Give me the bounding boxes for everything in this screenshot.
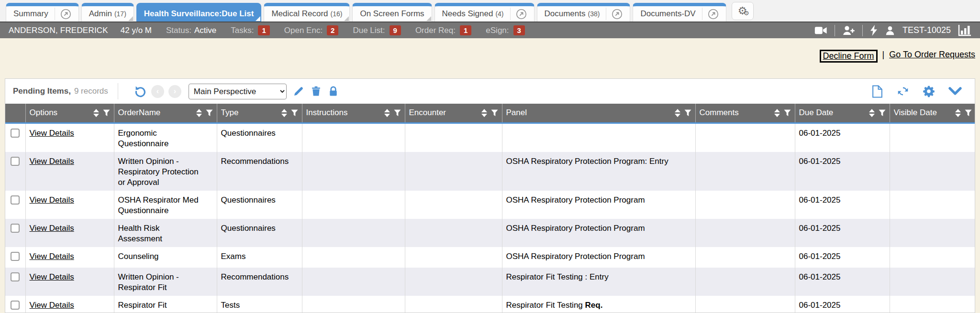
tab-summary[interactable]: Summary <box>6 3 79 22</box>
sort-icon[interactable] <box>955 109 961 117</box>
column-label: Panel <box>506 108 673 118</box>
perspective-select[interactable]: Main Perspective <box>189 84 287 99</box>
row-checkbox[interactable] <box>11 157 20 166</box>
new-document-icon[interactable] <box>871 85 883 98</box>
lock-icon[interactable] <box>328 86 339 97</box>
filter-funnel-icon[interactable] <box>879 109 886 117</box>
column-header-visible-date: Visible Date <box>890 104 975 123</box>
edit-pencil-icon[interactable] <box>293 86 304 97</box>
row-checkbox[interactable] <box>11 195 20 205</box>
filter-funnel-icon[interactable] <box>965 109 972 117</box>
filter-funnel-icon[interactable] <box>206 109 213 117</box>
filter-funnel-icon[interactable] <box>394 109 401 117</box>
user-icon[interactable] <box>885 25 895 36</box>
next-page-button[interactable]: › <box>168 85 181 98</box>
divider <box>862 25 863 36</box>
tab-documents-dv[interactable]: Documents-DV <box>633 3 726 22</box>
column-label: Instructions <box>306 108 382 118</box>
cell-visible-date <box>890 247 975 268</box>
open-external-icon[interactable] <box>516 9 527 20</box>
column-label: Type <box>221 108 279 118</box>
row-checkbox[interactable] <box>11 224 20 233</box>
cell-due-date: 06-01-2025 <box>795 247 890 268</box>
add-user-icon[interactable] <box>842 25 855 36</box>
cell-visible-date <box>890 296 975 313</box>
filter-funnel-icon[interactable] <box>684 109 691 117</box>
row-checkbox[interactable] <box>11 129 20 138</box>
column-label: Comments <box>700 108 772 118</box>
column-header-panel: Panel <box>502 104 695 123</box>
cell-visible-date <box>890 123 975 152</box>
settings-gear-icon[interactable] <box>923 85 935 97</box>
undo-icon[interactable] <box>134 85 147 98</box>
view-details-link[interactable]: View Details <box>30 252 74 261</box>
filter-funnel-icon[interactable] <box>491 109 498 117</box>
table-row: View Details Health Risk Assessment Ques… <box>5 219 975 247</box>
view-details-link[interactable]: View Details <box>30 157 74 166</box>
sort-icon[interactable] <box>481 109 487 117</box>
counter-badge: 1 <box>460 25 471 35</box>
row-checkbox[interactable] <box>11 301 20 310</box>
view-details-link[interactable]: View Details <box>30 129 74 138</box>
column-header-encounter: Encounter <box>405 104 502 123</box>
view-details-link[interactable]: View Details <box>30 224 74 233</box>
decline-form-link[interactable]: Decline Form <box>823 51 874 61</box>
counter-label: Tasks: <box>231 26 254 35</box>
tab-settings-button[interactable]: ⚙⚙ <box>732 2 754 20</box>
view-details-link[interactable]: View Details <box>30 272 74 281</box>
open-external-icon[interactable] <box>708 9 719 20</box>
cell-comments <box>695 296 795 313</box>
sort-icon[interactable] <box>869 109 875 117</box>
sort-icon[interactable] <box>675 109 680 117</box>
counter-tasks: Tasks: 1 <box>231 25 270 35</box>
tab-on-screen-forms[interactable]: On Screen Forms <box>352 3 432 22</box>
tab-needs-signed[interactable]: Needs Signed (4) <box>434 3 535 22</box>
panel-text: Respirator Fit Testing <box>506 301 585 310</box>
column-label: OrderName <box>118 108 194 118</box>
video-camera-icon[interactable] <box>814 25 827 36</box>
go-to-order-requests-link[interactable]: Go To Order Requests <box>889 50 975 60</box>
sort-icon[interactable] <box>384 109 390 117</box>
refresh-icon[interactable] <box>896 85 910 97</box>
tab-admin[interactable]: Admin (17) <box>81 3 134 22</box>
delete-trash-icon[interactable] <box>311 86 322 97</box>
view-details-link[interactable]: View Details <box>30 301 74 310</box>
row-checkbox[interactable] <box>11 272 20 281</box>
open-external-icon[interactable] <box>60 9 71 20</box>
cell-order-name: Respirator Fit <box>114 296 217 313</box>
cell-instructions <box>302 268 405 296</box>
sort-icon[interactable] <box>93 109 99 117</box>
sort-icon[interactable] <box>774 109 780 117</box>
sort-icon[interactable] <box>281 109 287 117</box>
tab-health-surveillance-due-list[interactable]: Health Surveillance:Due List <box>136 3 262 22</box>
cell-encounter <box>405 296 502 313</box>
tab-inner-divider <box>702 8 702 20</box>
tab-label: Admin <box>89 9 112 19</box>
cell-type: Recommendations <box>217 268 302 296</box>
bar-chart-icon[interactable] <box>958 24 971 36</box>
prev-page-button[interactable]: ‹ <box>151 85 164 98</box>
cell-visible-date <box>890 268 975 296</box>
tab-documents[interactable]: Documents (38) <box>537 3 631 22</box>
counter-label: Due List: <box>353 26 385 35</box>
row-checkbox[interactable] <box>11 252 20 261</box>
collapse-chevron-down-icon[interactable] <box>948 86 962 97</box>
table-row: View Details Written Opinion - Respirato… <box>5 152 975 191</box>
filter-funnel-icon[interactable] <box>103 109 110 117</box>
filter-funnel-icon[interactable] <box>784 109 791 117</box>
cell-due-date: 06-01-2025 <box>795 152 890 191</box>
cell-encounter <box>405 123 502 152</box>
column-label: Options <box>30 108 91 118</box>
cell-encounter <box>405 268 502 296</box>
cell-due-date: 06-01-2025 <box>795 268 890 296</box>
sort-icon[interactable] <box>196 109 202 117</box>
view-details-link[interactable]: View Details <box>30 195 74 205</box>
lightning-icon[interactable] <box>870 25 878 36</box>
panel-title: Pending Items, <box>13 86 71 96</box>
tab-medical-record[interactable]: Medical Record (16) <box>264 3 350 22</box>
cell-type: Recommendations <box>217 152 302 191</box>
open-external-icon[interactable] <box>612 9 623 20</box>
column-header-options: Options <box>25 104 114 123</box>
filter-funnel-icon[interactable] <box>291 109 298 117</box>
cell-panel: OSHA Respiratory Protection Program <box>502 219 695 247</box>
